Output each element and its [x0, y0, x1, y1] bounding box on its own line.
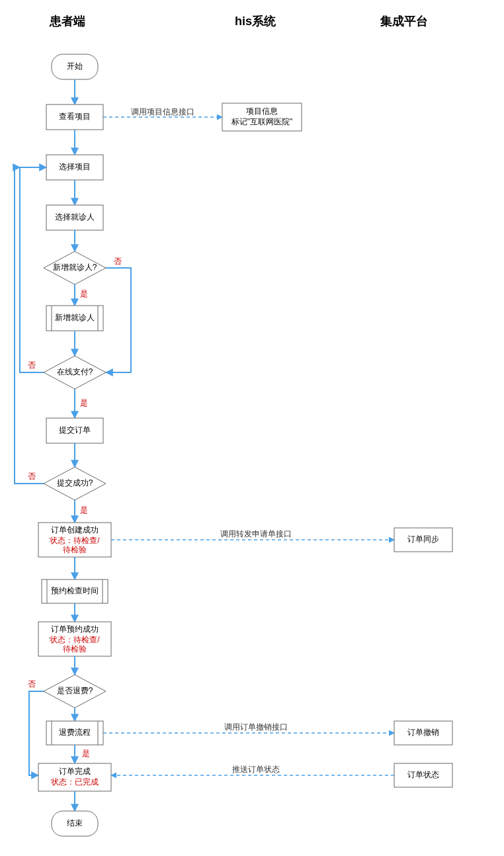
node-add-patient-label: 新增就诊人: [55, 313, 95, 322]
node-submit-order-label: 提交订单: [59, 425, 91, 435]
flowchart: 患者端 his系统 集成平台 开始 查看项目 调用项目信息接口 项目信息 标记"…: [0, 0, 504, 856]
node-add-patient-q-label: 新增就诊人?: [53, 263, 97, 272]
node-refund-flow-label: 退费流程: [59, 728, 91, 737]
node-order-done-l2: 状态：已完成: [50, 777, 99, 787]
node-order-sync-label: 订单同步: [407, 535, 439, 544]
node-order-status-label: 订单状态: [407, 770, 439, 779]
node-refund-q-label: 是否退费?: [57, 686, 93, 695]
node-order-created-l1: 订单创建成功: [51, 525, 99, 535]
edge-refundq-no-label: 否: [28, 679, 36, 689]
edge-call-project-info-label: 调用项目信息接口: [131, 107, 194, 116]
node-order-reserved-l1: 订单预约成功: [51, 624, 99, 634]
edge-okq-yes-label: 是: [80, 505, 88, 515]
node-view-project-label: 查看项目: [59, 112, 91, 121]
node-order-cancel-label: 订单撤销: [407, 728, 439, 737]
edge-okq-no-label: 否: [28, 472, 36, 481]
edge-refundq-yes-label: 是: [82, 749, 90, 758]
node-order-reserved-l3: 待检验: [63, 644, 87, 654]
node-start-label: 开始: [67, 62, 83, 71]
edge-push-order-status-label: 推送订单状态: [232, 765, 280, 774]
node-order-created-l3: 待检验: [63, 545, 87, 554]
node-reserve-time-label: 预约检查时间: [51, 586, 99, 595]
edge-refundq-no: [29, 691, 44, 775]
node-order-created-l2: 状态：待检查/: [49, 536, 100, 545]
node-order-done-l1: 订单完成: [59, 767, 91, 776]
edge-call-order-cancel-label: 调用订单撤销接口: [224, 722, 288, 732]
node-online-pay-q-label: 在线支付?: [57, 367, 93, 376]
edge-payq-no-label: 否: [28, 361, 36, 370]
lane-patient-title: 患者端: [49, 15, 85, 28]
node-project-info-l2: 标记"互联网医院": [231, 117, 293, 126]
node-end-label: 结束: [67, 818, 83, 828]
node-order-reserved-l2: 状态：待检查/: [49, 635, 100, 644]
node-project-info-l1: 项目信息: [246, 107, 278, 116]
lane-platform-title: 集成平台: [380, 15, 428, 28]
edge-addq-no-label: 否: [114, 257, 122, 266]
node-select-patient-label: 选择就诊人: [55, 212, 95, 222]
edge-payq-no: [20, 167, 46, 372]
node-select-project-label: 选择项目: [59, 162, 91, 171]
edge-addq-yes-label: 是: [80, 289, 88, 298]
edge-payq-yes-label: 是: [80, 398, 88, 407]
node-submit-ok-q-label: 提交成功?: [57, 478, 93, 488]
lane-his-title: his系统: [235, 15, 276, 28]
edge-addq-no: [106, 268, 131, 372]
edge-okq-no: [15, 167, 44, 484]
edge-call-forward-request-label: 调用转发申请单接口: [220, 529, 292, 538]
